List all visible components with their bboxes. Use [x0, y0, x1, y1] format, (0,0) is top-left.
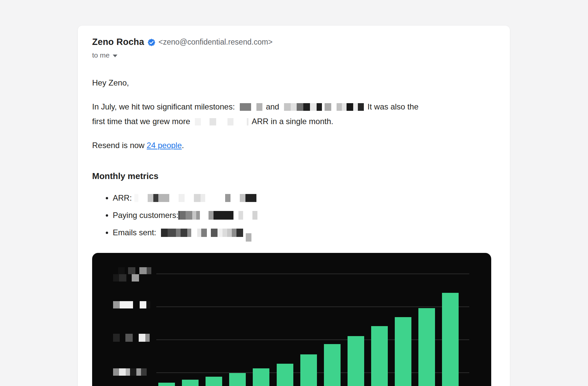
- team-size-sentence: Resend is now 24 people.: [92, 138, 184, 153]
- redacted-block: [187, 229, 191, 237]
- redacted-block: [113, 267, 118, 274]
- redacted-block: [201, 118, 210, 125]
- bullet-dot: [106, 214, 108, 217]
- chevron-down-icon[interactable]: [113, 55, 117, 57]
- redacted-block: [342, 103, 347, 111]
- redacted-block: [119, 274, 126, 282]
- redacted-block: [211, 229, 218, 237]
- chart-axis-label-redacted: [113, 334, 150, 342]
- redacted-block: [218, 229, 222, 237]
- redacted-block: [139, 334, 145, 342]
- milestones-text-end: It was also the: [368, 102, 418, 111]
- redacted-block: [238, 211, 243, 220]
- redacted-block: [256, 103, 262, 111]
- redacted-block: [207, 229, 211, 237]
- redacted-block: [139, 267, 147, 274]
- redacted-block: [353, 103, 358, 111]
- milestones-text-start: In July, we hit two significant mileston…: [92, 102, 235, 111]
- redacted-block: [297, 103, 303, 111]
- redacted-block: [113, 334, 120, 342]
- redacted-block: [135, 267, 139, 274]
- redacted-block: [130, 368, 136, 376]
- redacted-block: [247, 118, 248, 125]
- email-header: Zeno Rocha <zeno@confidential.resend.com…: [92, 37, 273, 59]
- redacted-block: [176, 229, 181, 237]
- redacted-block: [251, 103, 256, 111]
- chart-bar: [182, 380, 199, 386]
- redacted-block: [126, 274, 132, 282]
- redacted-growth-amount: [195, 118, 248, 125]
- redacted-block: [337, 103, 342, 111]
- redacted-block: [140, 301, 146, 308]
- redacted-block: [153, 194, 158, 202]
- list-item-emails-sent: Emails sent:: [92, 224, 257, 241]
- chart-bar: [206, 377, 222, 386]
- redacted-block: [194, 194, 201, 202]
- metric-label: Paying customers:: [113, 211, 178, 220]
- chart-bar: [324, 344, 341, 386]
- redacted-block: [125, 267, 128, 274]
- paragraph-line: In July, we hit two significant mileston…: [92, 102, 418, 111]
- redacted-block: [191, 229, 197, 237]
- recipient-label[interactable]: to me: [92, 51, 110, 59]
- redacted-block: [214, 211, 233, 220]
- chart-bar: [418, 308, 435, 386]
- people-count-link[interactable]: 24 people: [147, 141, 182, 150]
- redacted-block: [252, 211, 257, 220]
- metrics-chart: [92, 253, 491, 386]
- redacted-block: [240, 103, 251, 111]
- redacted-block: [148, 194, 153, 202]
- redacted-block: [225, 194, 230, 202]
- redacted-block: [317, 103, 322, 111]
- redacted-emails-value: [156, 229, 251, 237]
- metrics-heading: Monthly metrics: [92, 171, 158, 181]
- chart-axis-label-redacted: [113, 267, 151, 282]
- growth-text-start: first time that we grew more: [92, 117, 190, 126]
- bullet-dot: [106, 232, 108, 234]
- chart-bar: [371, 326, 388, 386]
- chart-bar: [300, 354, 317, 386]
- redacted-block: [358, 103, 364, 111]
- redacted-customers-value: [178, 211, 257, 220]
- redacted-block: [120, 301, 133, 308]
- redacted-block: [222, 229, 227, 237]
- chart-gridline: [156, 306, 469, 307]
- redacted-block: [201, 194, 205, 202]
- sender-address: <zeno@confidential.resend.com>: [159, 38, 273, 47]
- redacted-block: [227, 118, 233, 125]
- redacted-block: [181, 229, 187, 237]
- redacted-block: [246, 233, 251, 242]
- redacted-block: [128, 267, 135, 274]
- redacted-block: [216, 118, 227, 125]
- list-item-paying-customers: Paying customers:: [92, 207, 257, 224]
- metrics-list: ARR: Paying customers: Emails sent:: [92, 189, 257, 241]
- recipient-row[interactable]: to me: [92, 51, 273, 59]
- list-item-arr: ARR:: [92, 189, 257, 207]
- chart-bar: [253, 368, 269, 386]
- redacted-block: [240, 194, 245, 202]
- redacted-block: [136, 368, 141, 376]
- redacted-block: [245, 194, 256, 202]
- chart-bar: [442, 293, 459, 386]
- redacted-block: [347, 103, 353, 111]
- chart-bar: [229, 373, 246, 386]
- redacted-block: [156, 229, 161, 237]
- redacted-block: [161, 229, 168, 237]
- redacted-block: [133, 301, 140, 308]
- redacted-block: [146, 301, 150, 308]
- chart-bar: [395, 317, 411, 386]
- redacted-block: [185, 194, 194, 202]
- redacted-block: [201, 229, 207, 237]
- team-sentence-prefix: Resend is now: [92, 141, 144, 150]
- redacted-block: [232, 229, 236, 237]
- paragraph-line: first time that we grew more ARR in a si…: [92, 117, 333, 126]
- redacted-block: [236, 229, 243, 237]
- redacted-block: [113, 368, 119, 376]
- redacted-block: [138, 194, 148, 202]
- redacted-block: [310, 103, 317, 111]
- redacted-block: [186, 211, 192, 220]
- redacted-block: [118, 267, 125, 274]
- growth-text-end: ARR in a single month.: [252, 117, 333, 126]
- redacted-block: [180, 211, 186, 220]
- redacted-block: [147, 267, 151, 274]
